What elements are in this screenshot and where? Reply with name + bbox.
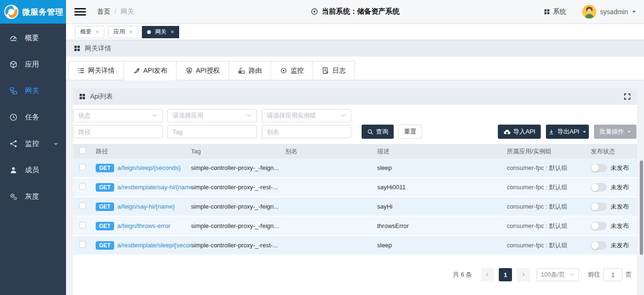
close-icon[interactable]: × bbox=[171, 29, 174, 35]
api-path-link[interactable]: a/feign/say-hi/{name} bbox=[117, 203, 175, 210]
username: sysadmin bbox=[600, 8, 628, 16]
publish-toggle[interactable] bbox=[591, 222, 607, 230]
tab-label: 路由 bbox=[248, 67, 262, 75]
detail-tabs: 网关详情 API发布 API授权 路由 bbox=[66, 57, 644, 80]
app-cube-icon bbox=[9, 60, 17, 68]
member-icon bbox=[9, 166, 17, 174]
tab-log[interactable]: 日志 bbox=[313, 61, 355, 80]
publish-toggle[interactable] bbox=[591, 164, 607, 172]
sidebar-item-grayscale[interactable]: 灰度 bbox=[0, 183, 66, 210]
api-path-link[interactable]: a/resttemplate/sleep/{seconds} bbox=[117, 242, 191, 249]
page-number-1[interactable]: 1 bbox=[499, 268, 512, 281]
method-badge: GET bbox=[96, 183, 114, 192]
sidebar-item-tasks[interactable]: 任务 bbox=[0, 104, 66, 130]
table-row[interactable]: GET a/feign/throws-error simple-controll… bbox=[73, 217, 637, 236]
sidebar-item-overview[interactable]: 概要 bbox=[0, 25, 66, 51]
tab-gateway-detail[interactable]: 网关详情 bbox=[68, 61, 124, 80]
pagination: 共 6 条 1 100条/页 前往 页 bbox=[453, 268, 632, 281]
table-row[interactable]: GET a/resttemplate/sleep/{seconds} simpl… bbox=[73, 236, 637, 255]
page-size-select[interactable]: 100条/页 bbox=[537, 268, 579, 281]
search-button[interactable]: 查询 bbox=[362, 125, 394, 139]
hamburger-menu-icon[interactable] bbox=[74, 7, 86, 17]
table-row[interactable]: GET a/feign/sleep/{seconds} simple-contr… bbox=[73, 159, 637, 178]
table-scrollbar[interactable] bbox=[640, 160, 643, 255]
tab-label: 日志 bbox=[332, 67, 346, 75]
prev-page-button[interactable] bbox=[481, 268, 494, 281]
app-select-placeholder: 请选择应用 bbox=[173, 111, 203, 120]
app-logo[interactable]: 微服务管理 bbox=[0, 0, 66, 24]
toggle-knob bbox=[591, 164, 599, 172]
publish-toggle[interactable] bbox=[591, 183, 607, 192]
search-button-label: 查询 bbox=[376, 127, 388, 136]
reset-button[interactable]: 重置 bbox=[398, 125, 422, 139]
router-icon bbox=[238, 67, 245, 74]
pagination-total: 共 6 条 bbox=[453, 270, 472, 279]
column-header-tag: Tag bbox=[191, 148, 285, 155]
instance-group-select[interactable]: 请选择应用实例组 bbox=[262, 109, 351, 122]
publish-toggle[interactable] bbox=[591, 241, 607, 250]
sidebar-menu: 概要 应用 网关 bbox=[0, 24, 66, 210]
table-row[interactable]: GET a/feign/say-hi/{name} simple-control… bbox=[73, 197, 637, 217]
close-icon[interactable]: × bbox=[96, 29, 99, 35]
row-checkbox[interactable] bbox=[79, 183, 86, 190]
export-api-button[interactable]: 导出API bbox=[546, 125, 589, 139]
gears-icon bbox=[9, 193, 17, 201]
goto-page: 前往 页 bbox=[588, 268, 632, 281]
reset-button-label: 重置 bbox=[404, 127, 416, 136]
batch-actions-button[interactable]: 批量操作 bbox=[594, 125, 636, 139]
status-select[interactable]: 状态 bbox=[73, 109, 163, 122]
next-page-button[interactable] bbox=[517, 268, 530, 281]
view-tag-gateway[interactable]: 网关 × bbox=[142, 26, 179, 38]
publish-status-label: 未发布 bbox=[611, 202, 629, 211]
app-title: 微服务管理 bbox=[22, 7, 64, 17]
section-header: 网关详情 bbox=[66, 40, 644, 57]
select-all-checkbox[interactable] bbox=[79, 147, 86, 154]
sidebar-item-monitor[interactable]: 监控 bbox=[0, 130, 66, 157]
api-path-link[interactable]: a/feign/sleep/{seconds} bbox=[117, 164, 181, 171]
breadcrumb-separator: / bbox=[115, 8, 116, 16]
sidebar-item-apps[interactable]: 应用 bbox=[0, 51, 66, 77]
system-menu[interactable]: 系统 bbox=[544, 8, 566, 16]
row-checkbox[interactable] bbox=[79, 241, 86, 248]
alias-input[interactable] bbox=[262, 125, 351, 138]
sidebar-item-gateway[interactable]: 网关 bbox=[0, 77, 66, 104]
row-checkbox[interactable] bbox=[79, 164, 86, 170]
api-path-link[interactable]: a/resttemplate/say-hi/{name} bbox=[117, 184, 191, 191]
api-tag: simple-controller-proxy-_-feign... bbox=[191, 164, 285, 171]
row-checkbox[interactable] bbox=[79, 202, 86, 209]
breadcrumb-home[interactable]: 首页 bbox=[97, 8, 110, 16]
import-api-button[interactable]: 导入API bbox=[498, 125, 541, 139]
tag-input[interactable] bbox=[167, 125, 257, 138]
sidebar-item-label: 成员 bbox=[25, 166, 39, 175]
fullscreen-icon[interactable] bbox=[624, 93, 631, 100]
dashboard-icon bbox=[9, 34, 17, 42]
path-input[interactable] bbox=[73, 125, 163, 138]
table-row[interactable]: GET a/resttemplate/say-hi/{name} simple-… bbox=[73, 178, 637, 197]
publish-status-label: 未发布 bbox=[611, 183, 629, 192]
tab-label: API发布 bbox=[143, 67, 167, 75]
toggle-knob bbox=[591, 242, 599, 249]
gateway-icon bbox=[9, 87, 17, 95]
tab-api-auth[interactable]: API授权 bbox=[177, 61, 230, 80]
method-badge: GET bbox=[96, 241, 114, 250]
caret-down-icon bbox=[632, 9, 636, 14]
tab-route[interactable]: 路由 bbox=[229, 61, 271, 80]
app-select[interactable]: 请选择应用 bbox=[167, 109, 257, 122]
view-tag-overview[interactable]: 概要 × bbox=[75, 26, 104, 38]
publish-toggle[interactable] bbox=[591, 202, 607, 211]
view-tag-apps[interactable]: 应用 × bbox=[108, 26, 138, 38]
view-tag-label: 应用 bbox=[114, 28, 125, 36]
tab-monitor[interactable]: 监控 bbox=[271, 61, 313, 80]
row-checkbox[interactable] bbox=[79, 222, 86, 228]
section-title: 网关详情 bbox=[85, 44, 111, 53]
sidebar-item-members[interactable]: 成员 bbox=[0, 157, 66, 183]
user-menu[interactable]: sysadmin bbox=[582, 5, 636, 19]
sidebar: 微服务管理 概要 应用 bbox=[0, 0, 66, 295]
api-list-title: Api列表 bbox=[90, 93, 113, 101]
tab-api-publish[interactable]: API发布 bbox=[124, 61, 177, 80]
api-path-link[interactable]: a/feign/throws-error bbox=[117, 222, 171, 229]
api-tag: simple-controller-proxy-_-feign... bbox=[191, 222, 285, 229]
breadcrumb: 首页 / 网关 bbox=[97, 8, 134, 16]
close-icon[interactable]: × bbox=[129, 29, 132, 35]
goto-page-input[interactable] bbox=[603, 268, 622, 281]
